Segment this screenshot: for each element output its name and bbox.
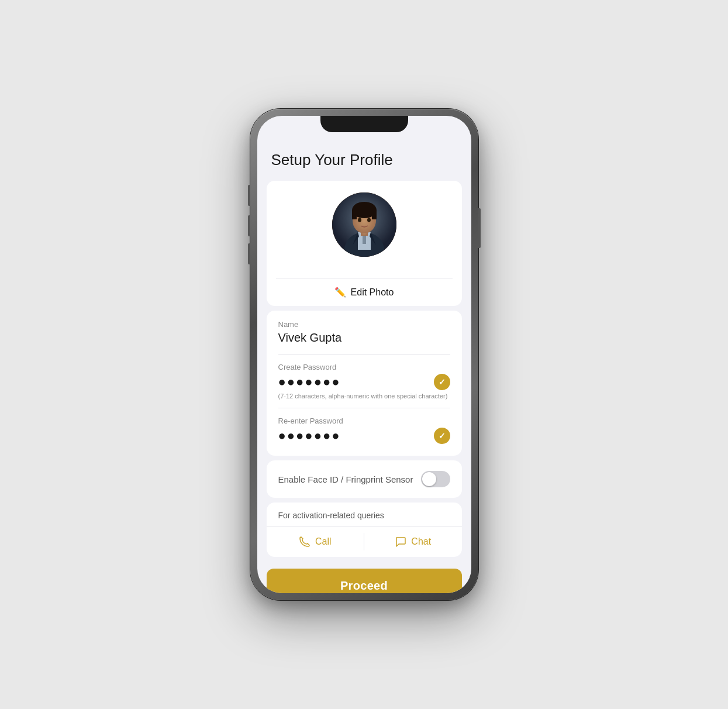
avatar-image xyxy=(332,192,396,257)
reenter-row: ●●●●●●● ✓ xyxy=(278,428,450,444)
checkmark-2: ✓ xyxy=(439,431,446,440)
avatar-svg xyxy=(332,192,396,257)
edit-photo-label: Edit Photo xyxy=(351,287,394,298)
support-actions: Call Chat xyxy=(267,526,462,557)
avatar[interactable] xyxy=(332,192,396,257)
password-input[interactable]: ●●●●●●● xyxy=(278,374,341,390)
password-check-icon: ✓ xyxy=(434,374,450,390)
call-button[interactable]: Call xyxy=(267,526,364,557)
phone-icon xyxy=(299,536,310,548)
reenter-divider xyxy=(278,408,450,408)
photo-section xyxy=(267,181,462,278)
svg-point-10 xyxy=(358,218,361,222)
toggle-knob xyxy=(422,472,436,486)
screen-content: Setup Your Profile xyxy=(257,116,471,593)
chat-icon xyxy=(395,536,406,548)
call-label: Call xyxy=(315,536,332,547)
svg-rect-9 xyxy=(372,210,377,219)
password-label: Create Password xyxy=(278,363,450,371)
phone-screen: Setup Your Profile xyxy=(257,116,471,593)
support-header: For activation-related queries xyxy=(267,503,462,526)
biometric-toggle[interactable] xyxy=(421,471,450,487)
svg-point-11 xyxy=(367,218,371,222)
edit-icon: ✏️ xyxy=(334,287,346,298)
phone-frame: Setup Your Profile xyxy=(250,109,478,600)
support-card: For activation-related queries Call xyxy=(267,503,462,557)
phone-notch xyxy=(320,116,408,132)
reenter-label: Re-enter Password xyxy=(278,417,450,425)
biometric-card: Enable Face ID / Fringprint Sensor xyxy=(267,460,462,498)
photo-card: ✏️ Edit Photo xyxy=(267,181,462,306)
reenter-input[interactable]: ●●●●●●● xyxy=(278,428,341,443)
reenter-check-icon: ✓ xyxy=(434,428,450,444)
name-value[interactable]: Vivek Gupta xyxy=(278,331,450,345)
chat-label: Chat xyxy=(411,536,431,547)
svg-rect-8 xyxy=(352,210,357,219)
password-row: ●●●●●●● ✓ xyxy=(278,374,450,390)
checkmark: ✓ xyxy=(439,377,446,387)
password-hint: (7-12 characters, alpha-numeric with one… xyxy=(278,393,450,400)
name-label: Name xyxy=(278,320,450,329)
chat-button[interactable]: Chat xyxy=(364,526,462,557)
biometric-label: Enable Face ID / Fringprint Sensor xyxy=(278,474,413,484)
edit-photo-button[interactable]: ✏️ Edit Photo xyxy=(267,278,462,306)
form-card: Name Vivek Gupta Create Password ●●●●●●●… xyxy=(267,311,462,456)
name-divider xyxy=(278,354,450,354)
proceed-button[interactable]: Proceed xyxy=(267,569,462,593)
page-title: Setup Your Profile xyxy=(257,142,471,176)
